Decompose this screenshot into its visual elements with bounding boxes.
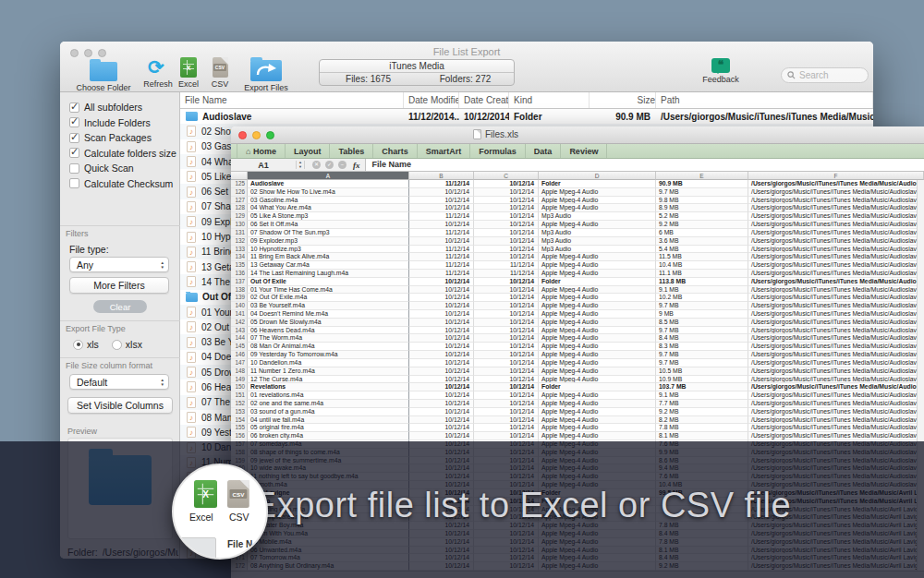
- row-number[interactable]: 144: [231, 334, 248, 343]
- excel-row[interactable]: 15101 revelations.m4a10/12/1410/12/14App…: [231, 391, 924, 400]
- row-number[interactable]: 136: [231, 270, 248, 278]
- excel-row[interactable]: 12602 Show Me How To Live.m4a10/12/1410/…: [231, 188, 924, 197]
- stepper-icon[interactable]: ▲▼: [296, 161, 305, 169]
- excel-column-C[interactable]: C: [474, 172, 539, 180]
- row-number[interactable]: 148: [231, 367, 248, 376]
- column-header-kind[interactable]: Kind: [509, 92, 590, 108]
- row-number[interactable]: 151: [231, 391, 248, 400]
- excel-tab-charts[interactable]: Charts: [373, 144, 418, 158]
- excel-row[interactable]: 12804 What You Are.m4a10/12/1410/12/14Ap…: [231, 204, 924, 212]
- excel-row[interactable]: 13513 Getaway Car.m4a11/12/1411/12/14App…: [231, 261, 924, 270]
- column-header-date-created[interactable]: Date Created: [459, 92, 509, 108]
- row-number[interactable]: 149: [231, 376, 248, 384]
- row-number[interactable]: 130: [231, 221, 248, 229]
- excel-row[interactable]: 13801 Your Time Has Come.m4a10/12/1410/1…: [231, 286, 924, 295]
- row-number[interactable]: 127: [231, 197, 248, 205]
- excel-row[interactable]: 14104 Doesn't Remind Me.m4a10/12/1410/12…: [231, 310, 924, 319]
- row-number[interactable]: 143: [231, 327, 248, 335]
- excel-row[interactable]: 125Audioslave11/12/1410/12/14Folder90.9 …: [231, 180, 924, 188]
- row-number[interactable]: 135: [231, 261, 248, 270]
- excel-row[interactable]: 13614 The Last Remaining Laugh.m4a11/12/…: [231, 270, 924, 278]
- excel-row[interactable]: 137Out Of Exile10/12/1410/12/14Folder113…: [231, 278, 924, 286]
- excel-column-E[interactable]: E: [656, 172, 748, 180]
- excel-tab-formulas[interactable]: Formulas: [470, 144, 526, 158]
- checkbox-all-subfolders[interactable]: All subfolders: [60, 100, 180, 115]
- size-format-select[interactable]: Default ▲▼: [69, 374, 169, 390]
- column-header-file-name[interactable]: File Name: [180, 92, 404, 108]
- checkbox-include-folders[interactable]: Include Folders: [60, 115, 180, 131]
- row-number[interactable]: 125: [231, 180, 248, 188]
- excel-row[interactable]: 14205 Drown Me Slowly.m4a10/12/1410/12/1…: [231, 319, 924, 327]
- feedback-button[interactable]: ❝ Feedback: [698, 58, 744, 84]
- excel-row[interactable]: 14609 Yesterday To Tomorrow.m4a10/12/141…: [231, 351, 924, 359]
- row-number[interactable]: 137: [231, 278, 248, 286]
- row-number[interactable]: 138: [231, 286, 248, 295]
- checkbox-calculate-folders-size[interactable]: Calculate folders size: [60, 146, 180, 162]
- checkbox-quick-scan[interactable]: Quick Scan: [60, 161, 180, 176]
- excel-window-controls[interactable]: [238, 131, 274, 139]
- accept-icon[interactable]: ✓: [325, 161, 334, 169]
- excel-tab-review[interactable]: Review: [561, 144, 607, 158]
- excel-row[interactable]: 15303 sound of a gun.m4a10/12/1410/12/14…: [231, 408, 924, 416]
- file-type-select[interactable]: Any ▲▼: [69, 257, 169, 272]
- row-number[interactable]: 131: [231, 229, 248, 237]
- excel-button[interactable]: X Excel: [173, 57, 204, 89]
- excel-row[interactable]: 14912 The Curse.m4a10/12/1410/12/14Apple…: [231, 376, 924, 384]
- row-number[interactable]: 147: [231, 359, 248, 367]
- fx-icon[interactable]: fx: [353, 161, 360, 170]
- cancel-icon[interactable]: ✕: [312, 161, 321, 169]
- excel-row[interactable]: 15505 original fire.m4a10/12/1410/12/14A…: [231, 424, 924, 432]
- row-number[interactable]: 152: [231, 400, 248, 408]
- excel-row[interactable]: 14003 Be Yourself.m4a10/12/1410/12/14App…: [231, 302, 924, 310]
- excel-row[interactable]: 13006 Set It Off.m4a10/12/1410/12/14Appl…: [231, 221, 924, 229]
- excel-row[interactable]: 150Revelations10/12/1410/12/14Folder103.…: [231, 383, 924, 391]
- column-header-path[interactable]: Path: [656, 92, 873, 108]
- formula-input[interactable]: File Name: [365, 159, 924, 171]
- minus-icon[interactable]: −: [338, 161, 346, 169]
- cell-reference-box[interactable]: A1: [231, 161, 296, 170]
- excel-tab-smartart[interactable]: SmartArt: [418, 144, 471, 158]
- radio-xls[interactable]: xls: [73, 339, 99, 350]
- excel-column-F[interactable]: F: [748, 172, 924, 180]
- excel-row[interactable]: 14306 Heavens Dead.m4a10/12/1410/12/14Ap…: [231, 327, 924, 335]
- file-list-row[interactable]: Audioslave11/12/2014...10/12/2014 16...F…: [180, 109, 873, 124]
- row-number[interactable]: 128: [231, 204, 248, 212]
- column-header-date-modified[interactable]: Date Modified: [404, 92, 459, 108]
- excel-row[interactable]: 15202 one and the same.m4a10/12/1410/12/…: [231, 400, 924, 408]
- excel-row[interactable]: 12905 Like A Stone.mp311/12/1410/12/14Mp…: [231, 212, 924, 221]
- export-files-button[interactable]: Export Files: [234, 57, 298, 92]
- row-number[interactable]: 153: [231, 408, 248, 416]
- excel-row[interactable]: 13902 Out Of Exile.m4a10/12/1410/12/14Ap…: [231, 294, 924, 302]
- row-number[interactable]: 145: [231, 343, 248, 351]
- checkbox-calculate-checksum[interactable]: Calculate Checksum: [60, 176, 180, 192]
- minimize-icon[interactable]: [252, 131, 261, 139]
- excel-column-A[interactable]: A: [248, 172, 409, 180]
- excel-row[interactable]: 15606 broken city.m4a10/12/1410/12/14App…: [231, 432, 924, 440]
- excel-row[interactable]: 13107 Shadow Of The Sun.mp311/12/1410/12…: [231, 229, 924, 237]
- radio-xlsx[interactable]: xlsx: [112, 339, 142, 350]
- excel-tab-layout[interactable]: Layout: [286, 144, 331, 158]
- close-icon[interactable]: [238, 131, 247, 139]
- excel-row[interactable]: 14710 Dandelion.m4a10/12/1410/12/14Apple…: [231, 359, 924, 367]
- row-number[interactable]: 141: [231, 310, 248, 319]
- excel-row[interactable]: 14407 The Worm.m4a10/12/1410/12/14Apple …: [231, 334, 924, 343]
- excel-tab-data[interactable]: Data: [526, 144, 562, 158]
- row-number[interactable]: 126: [231, 188, 248, 197]
- excel-row[interactable]: 13209 Exploder.mp310/12/1410/12/14Mp3 Au…: [231, 237, 924, 246]
- excel-row[interactable]: 14508 Man Or Animal.m4a10/12/1410/12/14A…: [231, 343, 924, 351]
- row-number[interactable]: 154: [231, 416, 248, 425]
- zoom-icon[interactable]: [266, 131, 274, 139]
- set-visible-columns-button[interactable]: Set Visible Columns: [67, 397, 173, 414]
- row-number[interactable]: 150: [231, 383, 248, 391]
- row-number[interactable]: 142: [231, 319, 248, 327]
- row-number[interactable]: 155: [231, 424, 248, 432]
- checkbox-scan-packages[interactable]: Scan Packages: [60, 130, 180, 146]
- row-number[interactable]: 134: [231, 253, 248, 261]
- row-number[interactable]: 129: [231, 212, 248, 221]
- excel-row[interactable]: 14811 Number 1 Zero.m4a10/12/1410/12/14A…: [231, 367, 924, 376]
- more-filters-button[interactable]: More Filters: [69, 277, 169, 294]
- choose-folder-button[interactable]: Choose Folder: [73, 58, 134, 92]
- excel-row[interactable]: 15404 until we fall.m4a10/12/1410/12/14A…: [231, 416, 924, 425]
- excel-row[interactable]: 13310 Hypnotize.mp311/12/1410/12/14Mp3 A…: [231, 246, 924, 254]
- row-number[interactable]: 156: [231, 432, 248, 440]
